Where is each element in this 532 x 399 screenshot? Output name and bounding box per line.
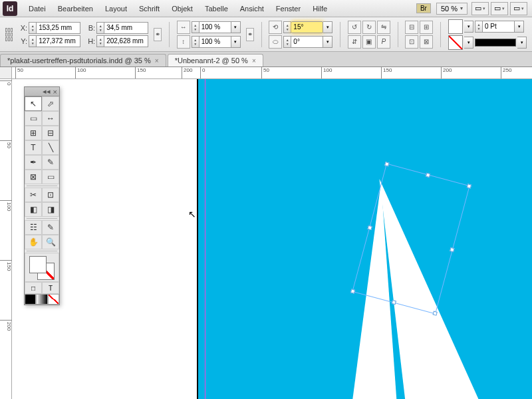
stroke-style[interactable]: [475, 39, 516, 47]
apply-gradient[interactable]: [36, 294, 47, 305]
gradient-swatch-tool[interactable]: ◧: [25, 202, 42, 217]
selection-tool[interactable]: ↖: [25, 96, 42, 111]
stroke-pt-input[interactable]: [483, 21, 515, 33]
h-spinner[interactable]: [96, 35, 104, 47]
rotate-cw-icon[interactable]: ↻: [362, 21, 376, 34]
view-mode-2[interactable]: ▭: [491, 2, 508, 15]
stroke-pt-spinner[interactable]: [475, 21, 483, 33]
fill-stroke-swatches[interactable]: [25, 253, 59, 282]
w-label: B:: [86, 24, 95, 32]
gap-tool[interactable]: ↔: [42, 111, 59, 126]
direct-selection-tool[interactable]: ⬀: [42, 96, 59, 111]
scalex-spinner[interactable]: [192, 21, 200, 33]
p-icon[interactable]: P: [377, 35, 390, 49]
pen-tool[interactable]: ✒: [25, 155, 42, 170]
ruler-horizontal[interactable]: 50 100 150 200 0 50 100 150 200 250: [12, 67, 532, 79]
menu-hilfe[interactable]: Hilfe: [307, 2, 333, 15]
fill-swatch[interactable]: [448, 19, 463, 34]
canvas[interactable]: ↖: [12, 79, 532, 399]
scissors-tool[interactable]: ✂: [25, 188, 42, 202]
rotate-ccw-icon[interactable]: ↺: [348, 21, 361, 34]
shear-icon: ⬭: [269, 35, 282, 49]
rot-dd[interactable]: ▾: [323, 21, 332, 33]
close-icon[interactable]: ×: [155, 57, 159, 65]
tab-2[interactable]: *Unbenannt-2 @ 50 %×: [168, 54, 263, 66]
apply-container[interactable]: □: [25, 282, 42, 294]
x-spinner[interactable]: [29, 22, 37, 34]
scaley-spinner[interactable]: [192, 36, 200, 48]
view-mode-1[interactable]: ▭: [471, 2, 489, 15]
view-mode-3[interactable]: ▭: [510, 2, 527, 15]
apply-text[interactable]: T: [42, 282, 59, 294]
y-input[interactable]: [37, 35, 80, 47]
content-collector-tool[interactable]: ⊞: [25, 126, 42, 140]
pencil-tool[interactable]: ✎: [42, 155, 59, 170]
w-input[interactable]: [104, 22, 148, 34]
reference-point[interactable]: [5, 28, 13, 41]
menu-datei[interactable]: Datei: [23, 2, 52, 15]
menu-objekt[interactable]: Objekt: [166, 2, 199, 15]
shear-input[interactable]: [291, 36, 323, 48]
constrain-wh-icon[interactable]: ⚭: [154, 28, 162, 41]
y-label: Y:: [18, 37, 27, 45]
constrain-scale-icon[interactable]: ⚭: [246, 28, 254, 41]
content-placer-tool[interactable]: ⊟: [42, 126, 59, 140]
scalex-dd[interactable]: ▾: [231, 21, 241, 33]
align-icon-2[interactable]: ⊞: [420, 21, 433, 34]
page-tool[interactable]: ▭: [25, 111, 42, 126]
line-tool[interactable]: ╲: [42, 140, 59, 155]
tab-1[interactable]: *plakat-usertreffen-psdtutorials.indd @ …: [0, 54, 166, 66]
rot-spinner[interactable]: [283, 21, 291, 33]
flip-v-icon[interactable]: ⇵: [348, 35, 361, 49]
close-icon[interactable]: ×: [252, 57, 256, 65]
menu-ansicht[interactable]: Ansicht: [234, 2, 270, 15]
document-tabs: *plakat-usertreffen-psdtutorials.indd @ …: [0, 52, 532, 67]
shear-dd[interactable]: ▾: [323, 36, 332, 48]
apply-none[interactable]: [48, 294, 59, 305]
tools-panel[interactable]: ◂◂× ↖ ⬀ ▭ ↔ ⊞ ⊟ T ╲ ✒ ✎ ⊠ ▭ ✂ ⊡ ◧ ◨ ☷ ✎ …: [24, 86, 60, 305]
ruler-vertical[interactable]: 0 50 100 150 200: [0, 79, 12, 399]
scalex-input[interactable]: [200, 21, 231, 33]
align-icon-4[interactable]: ⊠: [420, 35, 433, 49]
rectangle-tool[interactable]: ▭: [42, 170, 59, 184]
collapse-icon[interactable]: ◂◂: [43, 87, 51, 96]
align-icon-1[interactable]: ⊟: [405, 21, 418, 34]
zoom-tool[interactable]: 🔍: [42, 235, 59, 249]
close-icon[interactable]: ×: [53, 88, 57, 96]
zoom-dropdown[interactable]: 50 %: [436, 3, 467, 15]
rectangle-frame-tool[interactable]: ⊠: [25, 170, 42, 184]
stroke-dd[interactable]: ▾: [464, 37, 473, 49]
select-container-icon[interactable]: ▣: [362, 35, 376, 49]
shear-spinner[interactable]: [283, 36, 291, 48]
guide-vertical[interactable]: [205, 79, 205, 399]
gradient-feather-tool[interactable]: ◨: [42, 202, 59, 217]
h-input[interactable]: [104, 35, 148, 47]
fill-dd[interactable]: ▾: [464, 21, 473, 33]
strokestyle-dd[interactable]: ▾: [517, 37, 527, 49]
panel-header[interactable]: ◂◂×: [25, 87, 59, 96]
note-tool[interactable]: ☷: [25, 220, 42, 235]
menu-tabelle[interactable]: Tabelle: [199, 2, 234, 15]
free-transform-tool[interactable]: ⊡: [42, 188, 59, 202]
x-input[interactable]: [37, 22, 80, 34]
menu-bearbeiten[interactable]: Bearbeiten: [52, 2, 99, 15]
rotation-input[interactable]: [291, 21, 323, 33]
flip-h-icon[interactable]: ⇋: [377, 21, 390, 34]
scaley-dd[interactable]: ▾: [231, 36, 241, 48]
eyedropper-tool[interactable]: ✎: [42, 220, 59, 235]
bridge-button[interactable]: Br: [416, 3, 431, 13]
apply-color[interactable]: [25, 294, 36, 305]
type-tool[interactable]: T: [25, 140, 42, 155]
scaley-input[interactable]: [200, 36, 231, 48]
stroke-swatch[interactable]: [448, 35, 463, 50]
menu-fenster[interactable]: Fenster: [270, 2, 307, 15]
y-spinner[interactable]: [29, 35, 37, 47]
ruler-origin[interactable]: [0, 67, 12, 79]
align-icon-3[interactable]: ⊡: [405, 35, 418, 49]
x-label: X:: [18, 24, 27, 32]
stroke-pt-dd[interactable]: ▾: [515, 21, 524, 33]
menu-schrift[interactable]: Schrift: [133, 2, 166, 15]
hand-tool[interactable]: ✋: [25, 235, 42, 249]
menu-layout[interactable]: Layout: [99, 2, 133, 15]
w-spinner[interactable]: [96, 22, 104, 34]
